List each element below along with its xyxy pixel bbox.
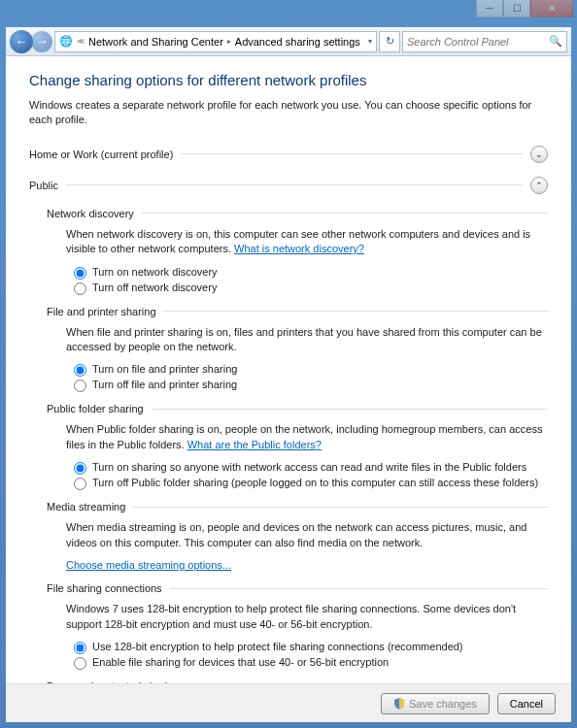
navbar: ← → 🌐 ≪ Network and Sharing Center ▸ Adv… xyxy=(6,27,571,56)
expand-icon[interactable]: ⌄ xyxy=(530,146,548,163)
section-title: Media streaming xyxy=(47,501,125,513)
section-media-streaming: Media streaming When media streaming is … xyxy=(47,501,548,573)
section-description: Windows 7 uses 128-bit encryption to hel… xyxy=(66,602,548,632)
chevron-down-icon[interactable]: ▾ xyxy=(368,37,372,46)
radio-pf-off[interactable]: Turn off Public folder sharing (people l… xyxy=(74,476,548,491)
section-title: File and printer sharing xyxy=(47,306,156,317)
breadcrumb-item[interactable]: Advanced sharing settings xyxy=(235,36,360,48)
radio-nd-off[interactable]: Turn off network discovery xyxy=(74,281,548,296)
breadcrumb[interactable]: 🌐 ≪ Network and Sharing Center ▸ Advance… xyxy=(54,31,377,52)
network-icon: 🌐 xyxy=(59,35,73,48)
back-button[interactable]: ← xyxy=(10,30,33,53)
section-description: When media streaming is on, people and d… xyxy=(66,520,548,550)
search-input[interactable] xyxy=(407,36,549,48)
help-link[interactable]: What is network discovery? xyxy=(234,243,364,254)
refresh-button[interactable]: ↻ xyxy=(379,31,400,52)
section-description: When network discovery is on, this compu… xyxy=(66,227,548,257)
titlebar: ─ ☐ ✕ xyxy=(0,0,577,27)
cancel-button[interactable]: Cancel xyxy=(497,693,556,714)
chevron-icon: ≪ xyxy=(77,37,85,46)
page-intro: Windows creates a separate network profi… xyxy=(29,98,548,128)
close-button[interactable]: ✕ xyxy=(530,0,573,17)
search-icon: 🔍 xyxy=(549,35,562,48)
media-options-link[interactable]: Choose media streaming options... xyxy=(66,559,231,571)
chevron-right-icon: ▸ xyxy=(227,37,231,46)
section-title: Network discovery xyxy=(47,208,134,219)
section-description: When Public folder sharing is on, people… xyxy=(66,422,548,452)
profile-label: Home or Work (current profile) xyxy=(29,149,173,160)
radio-fc-128[interactable]: Use 128-bit encryption to help protect f… xyxy=(74,640,548,655)
radio-fc-40[interactable]: Enable file sharing for devices that use… xyxy=(74,655,548,671)
section-title: File sharing connections xyxy=(47,582,162,594)
radio-pf-on[interactable]: Turn on sharing so anyone with network a… xyxy=(74,460,548,476)
page-title: Change sharing options for different net… xyxy=(29,72,548,88)
radio-fp-on[interactable]: Turn on file and printer sharing xyxy=(74,362,548,378)
profile-home-work[interactable]: Home or Work (current profile) ⌄ xyxy=(29,142,548,167)
forward-button[interactable]: → xyxy=(31,31,52,52)
save-button[interactable]: Save changes xyxy=(381,693,490,714)
profile-label: Public xyxy=(29,180,58,191)
section-public-folder: Public folder sharing When Public folder… xyxy=(47,403,548,491)
radio-nd-on[interactable]: Turn on network discovery xyxy=(74,265,548,281)
breadcrumb-item[interactable]: Network and Sharing Center xyxy=(88,36,223,48)
footer: Save changes Cancel xyxy=(6,683,571,722)
help-link[interactable]: What are the Public folders? xyxy=(187,439,322,450)
section-description: When file and printer sharing is on, fil… xyxy=(66,325,548,355)
section-title: Public folder sharing xyxy=(47,403,144,414)
section-file-printer: File and printer sharing When file and p… xyxy=(47,306,548,394)
collapse-icon[interactable]: ⌃ xyxy=(530,177,548,194)
section-file-connections: File sharing connections Windows 7 uses … xyxy=(47,582,548,671)
minimize-button[interactable]: ─ xyxy=(476,0,503,17)
search-box[interactable]: 🔍 xyxy=(402,31,567,52)
maximize-button[interactable]: ☐ xyxy=(503,0,530,17)
shield-icon xyxy=(393,698,405,710)
radio-fp-off[interactable]: Turn off file and printer sharing xyxy=(74,378,548,393)
profile-public[interactable]: Public ⌃ xyxy=(29,173,548,198)
section-network-discovery: Network discovery When network discovery… xyxy=(47,208,548,296)
main-content: Change sharing options for different net… xyxy=(6,56,571,683)
